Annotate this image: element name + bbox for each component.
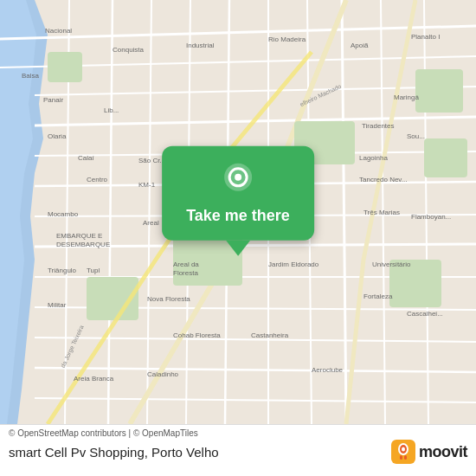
svg-rect-29 — [48, 52, 82, 82]
svg-rect-84 — [400, 455, 402, 460]
location-name: smart Cell Pv Shopping, Porto Velho — [9, 445, 219, 460]
moovit-brand-text: moovit — [419, 443, 467, 461]
svg-text:Industrial: Industrial — [186, 42, 215, 49]
location-pin-icon — [219, 162, 257, 200]
svg-text:Jardim Eldorado: Jardim Eldorado — [268, 261, 319, 268]
svg-text:Areal da: Areal da — [173, 261, 199, 268]
svg-rect-85 — [404, 455, 407, 460]
svg-point-79 — [235, 174, 241, 181]
svg-text:Sou...: Sou... — [407, 132, 425, 140]
svg-text:Caladinho: Caladinho — [147, 370, 179, 378]
popup-box[interactable]: Take me there — [162, 146, 314, 241]
svg-text:Três Marias: Três Marias — [363, 209, 400, 216]
svg-text:Tancredo Nev...: Tancredo Nev... — [359, 176, 407, 183]
svg-text:Centro: Centro — [87, 176, 108, 183]
svg-text:Olaria: Olaria — [48, 132, 67, 140]
svg-text:Mocambo: Mocambo — [48, 210, 79, 218]
svg-text:Aeroclube: Aeroclube — [312, 366, 344, 374]
svg-text:Maringá: Maringá — [394, 93, 419, 101]
popup-tail — [226, 241, 250, 256]
svg-text:Conquista: Conquista — [113, 46, 145, 54]
svg-text:Planalto I: Planalto I — [411, 33, 440, 41]
svg-text:Triângulo: Triângulo — [48, 267, 77, 274]
svg-text:Panair: Panair — [43, 96, 63, 104]
moovit-logo: moovit — [391, 440, 467, 464]
svg-text:Calaí: Calaí — [78, 154, 94, 162]
svg-text:KM-1: KM-1 — [138, 181, 156, 189]
svg-text:Cohab Floresta: Cohab Floresta — [173, 331, 221, 339]
svg-text:Floresta: Floresta — [173, 269, 198, 277]
svg-text:EMBARQUE E: EMBARQUE E — [56, 232, 102, 240]
svg-text:Cascalhei...: Cascalhei... — [407, 310, 443, 318]
svg-text:Lagoinha: Lagoinha — [359, 154, 388, 162]
svg-text:Fortaleza: Fortaleza — [363, 293, 393, 300]
svg-text:Rio Madeira: Rio Madeira — [268, 35, 306, 43]
svg-text:Militar: Militar — [48, 301, 67, 309]
svg-rect-28 — [415, 69, 463, 113]
location-info: smart Cell Pv Shopping, Porto Velho moov… — [9, 440, 467, 464]
svg-text:Lib...: Lib... — [104, 106, 119, 114]
svg-text:Castanheira: Castanheira — [251, 331, 289, 339]
svg-text:Balsa: Balsa — [22, 72, 40, 80]
svg-text:Nacional: Nacional — [45, 27, 72, 35]
svg-text:Areia Branca: Areia Branca — [74, 375, 114, 383]
svg-text:Apoiã: Apoiã — [351, 42, 369, 49]
svg-text:Flamboyan...: Flamboyan... — [411, 213, 451, 221]
bottom-bar: © OpenStreetMap contributors | © OpenMap… — [0, 424, 476, 476]
svg-text:Areal: Areal — [143, 219, 159, 227]
svg-text:Tiradentes: Tiradentes — [362, 122, 395, 130]
svg-point-83 — [402, 447, 405, 452]
svg-text:Universitário: Universitário — [372, 261, 411, 268]
take-me-there-button[interactable]: Take me there — [186, 207, 290, 225]
map-attribution: © OpenStreetMap contributors | © OpenMap… — [9, 428, 467, 438]
svg-text:Tupl: Tupl — [87, 267, 100, 274]
svg-text:Nova Floresta: Nova Floresta — [147, 295, 190, 303]
svg-text:DESEMBARQUE: DESEMBARQUE — [56, 241, 110, 248]
map-container: Nacional Conquista Industrial Rio Madeir… — [0, 0, 476, 424]
location-popup[interactable]: Take me there — [162, 146, 314, 256]
moovit-brand-icon — [391, 440, 415, 464]
svg-rect-30 — [424, 138, 467, 177]
